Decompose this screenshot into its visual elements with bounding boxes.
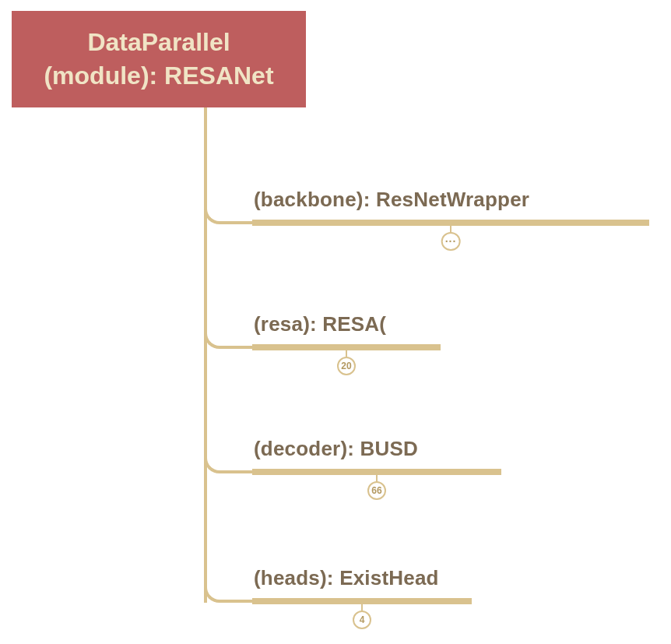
tree-trunk bbox=[204, 107, 207, 603]
branch-bar-wrap: 66 bbox=[252, 469, 501, 475]
ellipsis-icon[interactable]: ··· bbox=[441, 232, 461, 251]
branch-bar-wrap: 20 bbox=[252, 344, 441, 350]
branch-label: (backbone): ResNetWrapper bbox=[254, 188, 529, 212]
branch-label: (decoder): BUSD bbox=[254, 437, 418, 461]
root-title: DataParallel (module): RESANet bbox=[44, 26, 273, 93]
root-line2: (module): RESANet bbox=[44, 62, 273, 90]
branch-bar-wrap: 4 bbox=[252, 598, 472, 604]
branch-connector bbox=[204, 442, 254, 473]
branch-connector bbox=[204, 572, 254, 603]
branch-label: (heads): ExistHead bbox=[254, 566, 439, 590]
count-badge[interactable]: 66 bbox=[367, 481, 386, 500]
count-badge[interactable]: 20 bbox=[337, 357, 356, 375]
count-badge[interactable]: 4 bbox=[353, 611, 371, 629]
root-node[interactable]: DataParallel (module): RESANet bbox=[12, 11, 306, 107]
branch-connector bbox=[204, 193, 254, 224]
branch-bar-wrap: ··· bbox=[252, 220, 649, 226]
branch-connector bbox=[204, 318, 254, 349]
branch-label: (resa): RESA( bbox=[254, 312, 386, 336]
root-line1: DataParallel bbox=[87, 28, 230, 56]
